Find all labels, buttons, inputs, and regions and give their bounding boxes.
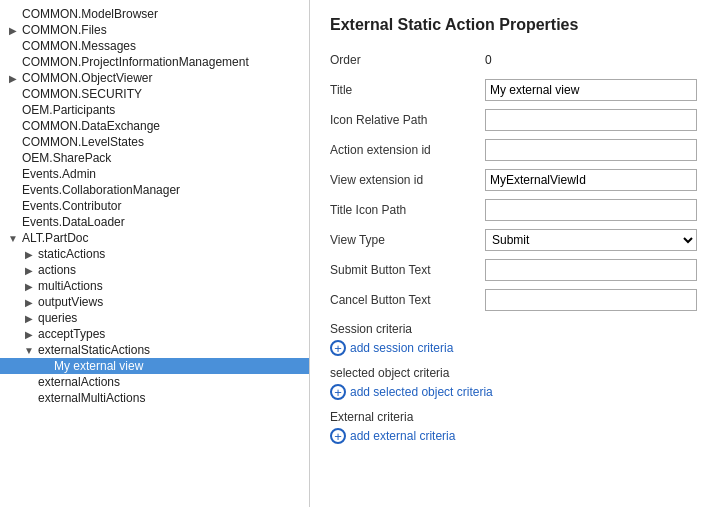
tree-item-label: COMMON.DataExchange [20, 119, 160, 133]
tree-item-label: COMMON.SECURITY [20, 87, 142, 101]
view-extension-id-label: View extension id [330, 173, 485, 187]
tree-item-common-project-info[interactable]: COMMON.ProjectInformationManagement [0, 54, 309, 70]
tree-arrow: ▶ [22, 313, 36, 324]
tree-arrow: ▼ [22, 345, 36, 356]
tree-item-label: acceptTypes [36, 327, 105, 341]
tree-item-label: OEM.SharePack [20, 151, 111, 165]
tree-item-common-object-viewer[interactable]: ▶ COMMON.ObjectViewer [0, 70, 309, 86]
action-extension-id-label: Action extension id [330, 143, 485, 157]
tree-item-label: My external view [52, 359, 143, 373]
tree-item-static-actions[interactable]: ▶ staticActions [0, 246, 309, 262]
add-selected-object-criteria-row[interactable]: + add selected object criteria [330, 384, 697, 400]
view-type-select[interactable]: Submit None [485, 229, 697, 251]
tree-item-multi-actions[interactable]: ▶ multiActions [0, 278, 309, 294]
tree-item-oem-sharepack[interactable]: OEM.SharePack [0, 150, 309, 166]
title-icon-path-row: Title Icon Path [330, 198, 697, 222]
tree-arrow: ▶ [6, 25, 20, 36]
tree-item-common-data-exchange[interactable]: COMMON.DataExchange [0, 118, 309, 134]
tree-item-label: COMMON.LevelStates [20, 135, 144, 149]
tree-item-label: Events.DataLoader [20, 215, 125, 229]
tree-item-events-contributor[interactable]: Events.Contributor [0, 198, 309, 214]
tree-item-external-static-actions[interactable]: ▼ externalStaticActions [0, 342, 309, 358]
tree-item-label: ALT.PartDoc [20, 231, 88, 245]
tree-item-label: COMMON.ProjectInformationManagement [20, 55, 249, 69]
order-value: 0 [485, 53, 697, 67]
action-extension-id-input[interactable] [485, 139, 697, 161]
tree-item-label: externalActions [36, 375, 120, 389]
tree-item-label: COMMON.ObjectViewer [20, 71, 152, 85]
tree-item-label: Events.CollaborationManager [20, 183, 180, 197]
title-icon-path-input[interactable] [485, 199, 697, 221]
tree-item-output-views[interactable]: ▶ outputViews [0, 294, 309, 310]
order-label: Order [330, 53, 485, 67]
tree-arrow: ▶ [22, 249, 36, 260]
panel-title: External Static Action Properties [330, 16, 697, 34]
tree-arrow: ▶ [22, 297, 36, 308]
title-icon-path-value[interactable] [485, 199, 697, 221]
tree-arrow: ▶ [22, 329, 36, 340]
icon-relative-path-label: Icon Relative Path [330, 113, 485, 127]
title-icon-path-label: Title Icon Path [330, 203, 485, 217]
submit-button-text-value[interactable] [485, 259, 697, 281]
tree-item-my-external-view[interactable]: My external view [0, 358, 309, 374]
add-selected-object-criteria-label: add selected object criteria [350, 385, 493, 399]
tree-panel[interactable]: COMMON.ModelBrowser ▶ COMMON.Files COMMO… [0, 0, 310, 507]
add-selected-object-criteria-button[interactable]: + add selected object criteria [330, 384, 493, 400]
add-session-criteria-button[interactable]: + add session criteria [330, 340, 453, 356]
tree-item-events-data-loader[interactable]: Events.DataLoader [0, 214, 309, 230]
tree-item-events-collaboration[interactable]: Events.CollaborationManager [0, 182, 309, 198]
tree-item-label: COMMON.ModelBrowser [20, 7, 158, 21]
submit-button-text-input[interactable] [485, 259, 697, 281]
tree-item-common-security[interactable]: COMMON.SECURITY [0, 86, 309, 102]
tree-item-common-model-browser[interactable]: COMMON.ModelBrowser [0, 6, 309, 22]
plus-icon-2: + [330, 384, 346, 400]
view-type-row: View Type Submit None [330, 228, 697, 252]
title-input[interactable] [485, 79, 697, 101]
tree-item-external-actions[interactable]: externalActions [0, 374, 309, 390]
add-external-criteria-row[interactable]: + add external criteria [330, 428, 697, 444]
cancel-button-text-row: Cancel Button Text [330, 288, 697, 312]
icon-relative-path-input[interactable] [485, 109, 697, 131]
order-row: Order 0 [330, 48, 697, 72]
view-extension-id-input[interactable] [485, 169, 697, 191]
order-text: 0 [485, 53, 492, 67]
tree-item-alt-part-doc[interactable]: ▼ ALT.PartDoc [0, 230, 309, 246]
tree-item-queries[interactable]: ▶ queries [0, 310, 309, 326]
submit-button-text-row: Submit Button Text [330, 258, 697, 282]
title-value[interactable] [485, 79, 697, 101]
tree-item-label: OEM.Participants [20, 103, 115, 117]
tree-item-actions[interactable]: ▶ actions [0, 262, 309, 278]
tree-item-label: COMMON.Files [20, 23, 107, 37]
add-external-criteria-label: add external criteria [350, 429, 455, 443]
tree-item-label: staticActions [36, 247, 105, 261]
icon-relative-path-value[interactable] [485, 109, 697, 131]
view-extension-id-row: View extension id [330, 168, 697, 192]
view-extension-id-value[interactable] [485, 169, 697, 191]
add-session-criteria-row[interactable]: + add session criteria [330, 340, 697, 356]
tree-item-common-level-states[interactable]: COMMON.LevelStates [0, 134, 309, 150]
action-extension-id-row: Action extension id [330, 138, 697, 162]
submit-button-text-label: Submit Button Text [330, 263, 485, 277]
tree-item-label: externalMultiActions [36, 391, 145, 405]
tree-item-oem-participants[interactable]: OEM.Participants [0, 102, 309, 118]
add-external-criteria-button[interactable]: + add external criteria [330, 428, 455, 444]
session-criteria-header: Session criteria [330, 322, 697, 336]
tree-item-accept-types[interactable]: ▶ acceptTypes [0, 326, 309, 342]
title-label: Title [330, 83, 485, 97]
external-criteria-header: External criteria [330, 410, 697, 424]
cancel-button-text-label: Cancel Button Text [330, 293, 485, 307]
view-type-label: View Type [330, 233, 485, 247]
tree-arrow: ▼ [6, 233, 20, 244]
tree-item-events-admin[interactable]: Events.Admin [0, 166, 309, 182]
tree-item-label: Events.Contributor [20, 199, 121, 213]
tree-item-label: COMMON.Messages [20, 39, 136, 53]
cancel-button-text-input[interactable] [485, 289, 697, 311]
view-type-value[interactable]: Submit None [485, 229, 697, 251]
action-extension-id-value[interactable] [485, 139, 697, 161]
tree-item-common-files[interactable]: ▶ COMMON.Files [0, 22, 309, 38]
tree-item-external-multi-actions[interactable]: externalMultiActions [0, 390, 309, 406]
cancel-button-text-value[interactable] [485, 289, 697, 311]
tree-item-common-messages[interactable]: COMMON.Messages [0, 38, 309, 54]
tree-arrow: ▶ [22, 265, 36, 276]
add-session-criteria-label: add session criteria [350, 341, 453, 355]
